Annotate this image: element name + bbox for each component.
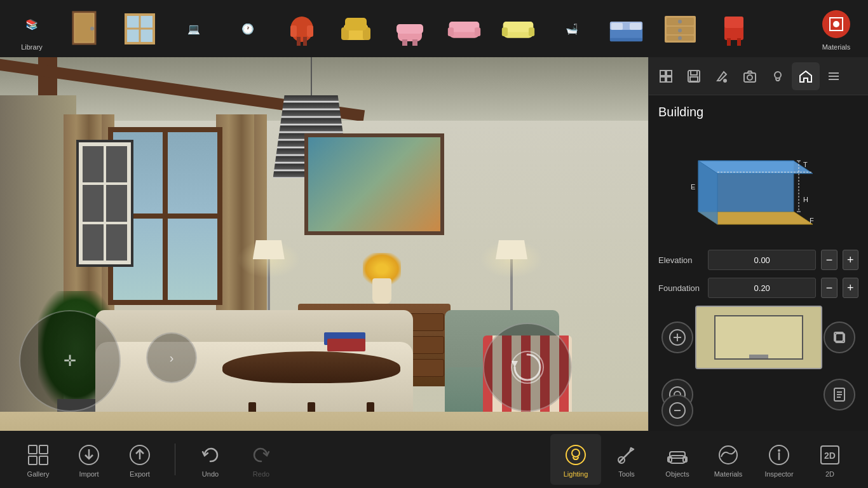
svg-rect-10	[307, 25, 313, 37]
svg-rect-42	[737, 38, 741, 46]
lamp-shade-right	[496, 240, 527, 259]
bottom-item-undo[interactable]: Undo	[185, 434, 236, 485]
elevation-input[interactable]	[708, 250, 816, 270]
library-icon: 📚	[15, 7, 50, 42]
materials-label: Materials	[822, 43, 851, 51]
lighting-icon	[562, 441, 590, 469]
svg-rect-21	[447, 27, 453, 36]
bottom-item-inspector[interactable]: Inspector	[754, 434, 804, 485]
elevation-row: Elevation − +	[658, 250, 858, 270]
nav-control-right[interactable]	[483, 323, 572, 412]
toolbar-item-window[interactable]	[114, 3, 165, 54]
right-icon-camera[interactable]	[736, 62, 764, 90]
bottom-divider-1	[175, 444, 175, 475]
toolbar-item-bathtub[interactable]: 🛁	[546, 3, 597, 54]
objects-label: Objects	[665, 470, 689, 478]
wall-art-cell	[106, 185, 127, 221]
right-icon-select[interactable]	[652, 62, 680, 90]
copy-button[interactable]	[824, 322, 855, 353]
nav-control-left[interactable]: ✛	[19, 310, 121, 412]
bottom-item-gallery[interactable]: Gallery	[13, 434, 64, 485]
toolbar-item-library[interactable]: 📚 Library	[6, 3, 57, 54]
svg-rect-8	[303, 37, 307, 46]
toolbar-item-door[interactable]	[60, 3, 111, 54]
svg-point-106	[778, 449, 780, 452]
undo-icon	[196, 441, 224, 469]
foundation-input[interactable]	[708, 278, 816, 298]
materials2-label: Materials	[714, 470, 743, 478]
artwork	[304, 133, 444, 235]
bottom-toolbar: Gallery Import Export Undo Redo	[0, 431, 868, 488]
bottom-item-objects[interactable]: Objects	[652, 434, 703, 485]
redo-label: Redo	[253, 470, 269, 478]
toolbar-item-chair-pink[interactable]	[384, 3, 435, 54]
floor-plan-door	[749, 355, 768, 358]
bottom-item-redo[interactable]: Redo	[236, 434, 287, 485]
svg-point-44	[833, 21, 839, 27]
nav-circle-left[interactable]: ✛	[19, 310, 121, 412]
elevation-plus-button[interactable]: +	[843, 250, 858, 270]
toolbar-item-sofa-pink[interactable]	[438, 3, 489, 54]
svg-rect-22	[475, 27, 480, 36]
chair-red-icon	[285, 11, 320, 46]
svg-point-38	[678, 36, 682, 40]
bottom-item-import[interactable]: Import	[64, 434, 114, 485]
move-up-button[interactable]	[661, 395, 693, 426]
bottom-item-tools[interactable]: Tools	[601, 434, 652, 485]
window-cross-v	[163, 132, 168, 300]
paste-button[interactable]	[824, 379, 855, 410]
right-icon-bar	[649, 57, 868, 95]
toolbar-item-laptop[interactable]: 💻	[168, 3, 219, 54]
right-icon-paint[interactable]	[708, 62, 736, 90]
toolbar-item-chair-red2[interactable]	[709, 3, 759, 54]
nav-circle-right[interactable]	[483, 323, 572, 412]
svg-text:2D: 2D	[824, 451, 836, 461]
foundation-label: Foundation	[658, 283, 703, 293]
toolbar-item-dresser[interactable]	[654, 3, 705, 54]
toolbar-item-sofa-yellow[interactable]	[492, 3, 543, 54]
svg-rect-25	[501, 27, 507, 36]
bottom-item-export[interactable]: Export	[114, 434, 165, 485]
svg-rect-47	[660, 71, 665, 76]
add-story-button[interactable]	[661, 322, 693, 353]
sofa-yellow-icon	[501, 11, 536, 46]
right-icon-save[interactable]	[680, 62, 708, 90]
bottom-item-materials2[interactable]: Materials	[703, 434, 754, 485]
svg-rect-87	[29, 445, 37, 454]
svg-rect-40	[724, 17, 743, 28]
svg-point-2	[90, 27, 94, 30]
2d-icon: 2D	[816, 441, 844, 469]
nav-translate[interactable]: ›	[146, 332, 197, 383]
svg-rect-89	[29, 456, 37, 464]
wall-art-cell	[83, 185, 104, 221]
svg-marker-65	[698, 161, 813, 173]
foundation-plus-button[interactable]: +	[843, 278, 858, 298]
svg-point-37	[678, 29, 682, 32]
pendant-wire	[311, 57, 312, 95]
toolbar-item-clock[interactable]: 🕐	[222, 3, 273, 54]
clock-icon: 🕐	[231, 11, 266, 46]
bottom-item-lighting[interactable]: Lighting	[550, 434, 601, 485]
toolbar-item-bed[interactable]	[600, 3, 651, 54]
elevation-minus-button[interactable]: −	[821, 250, 837, 270]
wall-art-cell	[106, 146, 127, 182]
window-icon	[123, 11, 158, 46]
materials-icon	[819, 7, 854, 42]
svg-text:E: E	[691, 183, 695, 191]
room-scene: ✛ ›	[0, 57, 648, 488]
svg-rect-52	[691, 71, 697, 75]
svg-rect-90	[39, 456, 48, 464]
bottom-item-2d[interactable]: 2D 2D	[804, 434, 855, 485]
right-icon-home[interactable]	[792, 62, 820, 90]
wall-art-cell	[83, 224, 104, 261]
right-icon-list[interactable]	[820, 62, 848, 90]
toolbar-item-armchair-yellow[interactable]	[330, 3, 381, 54]
svg-rect-26	[529, 27, 534, 36]
toolbar-item-chair-red[interactable]	[276, 3, 327, 54]
main-viewport[interactable]: ✛ ›	[0, 57, 648, 488]
gallery-label: Gallery	[27, 470, 50, 478]
nav-translate-circle[interactable]: ›	[146, 332, 197, 383]
right-icon-lightbulb[interactable]	[764, 62, 792, 90]
toolbar-item-materials[interactable]: Materials	[811, 3, 862, 54]
foundation-minus-button[interactable]: −	[821, 278, 837, 298]
